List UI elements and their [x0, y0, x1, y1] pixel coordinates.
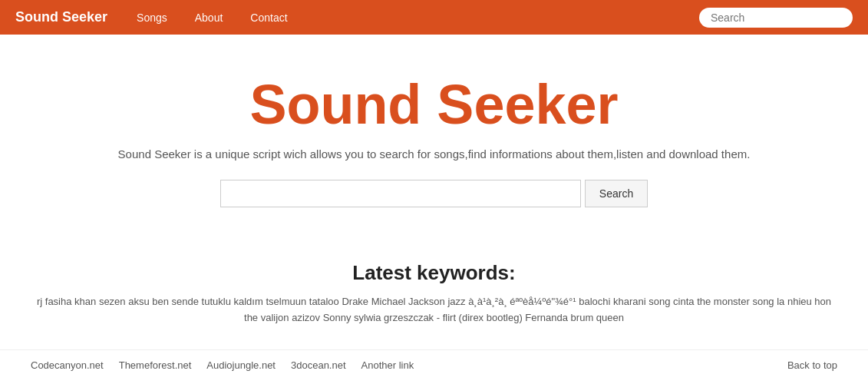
footer-link-another[interactable]: Another link [361, 359, 414, 371]
keywords-text: rj fasiha khan sezen aksu ben sende tutu… [31, 294, 837, 326]
nav-links: Songs About Contact [123, 0, 699, 35]
footer-link-3docean[interactable]: 3docean.net [291, 359, 346, 371]
nav-brand: Sound Seeker [15, 9, 107, 25]
search-bar: Search [15, 180, 853, 207]
back-to-top[interactable]: Back to top [787, 359, 837, 371]
nav-link-about[interactable]: About [181, 0, 237, 35]
footer-link-themeforest[interactable]: Themeforest.net [119, 359, 192, 371]
footer-links-bar: Codecanyon.net Themeforest.net Audiojung… [0, 349, 868, 380]
navbar: Sound Seeker Songs About Contact [0, 0, 868, 35]
footer-link-codecanyon[interactable]: Codecanyon.net [31, 359, 104, 371]
nav-link-songs[interactable]: Songs [123, 0, 181, 35]
keywords-content: rj fasiha khan sezen aksu ben sende tutu… [37, 296, 831, 323]
nav-link-contact[interactable]: Contact [236, 0, 301, 35]
keywords-title: Latest keywords: [31, 261, 837, 285]
main-search-button[interactable]: Search [585, 180, 648, 207]
main-search-input[interactable] [220, 180, 581, 207]
hero-section: Sound Seeker Sound Seeker is a unique sc… [0, 35, 868, 253]
footer-link-audiojungle[interactable]: Audiojungle.net [206, 359, 276, 371]
nav-search-wrapper [699, 8, 853, 28]
hero-description: Sound Seeker is a unique script wich all… [15, 147, 853, 161]
hero-title: Sound Seeker [15, 73, 853, 136]
footer-bottom: Made by ic0de. Don`t forget to add me on… [0, 380, 868, 384]
nav-search-input[interactable] [699, 8, 853, 28]
keywords-section: Latest keywords: rj fasiha khan sezen ak… [0, 253, 868, 349]
